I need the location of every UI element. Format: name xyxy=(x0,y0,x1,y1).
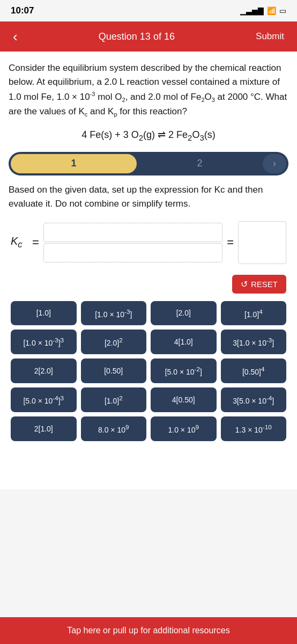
answer-btn-12[interactable]: [5.0 × 10-4]3 xyxy=(11,387,77,412)
kc-area: Kc = = xyxy=(9,221,288,264)
answer-btn-15[interactable]: 3[5.0 × 10-4] xyxy=(221,387,287,412)
answer-btn-4[interactable]: [1.0 × 10-3]3 xyxy=(11,330,77,354)
answer-btn-2[interactable]: [2.0] xyxy=(151,301,217,326)
step-2[interactable]: 2 xyxy=(137,158,263,169)
wifi-icon: 📶 xyxy=(267,6,276,15)
answer-btn-13[interactable]: [1.0]2 xyxy=(81,387,147,412)
answer-btn-6[interactable]: 4[1.0] xyxy=(151,330,217,354)
kc-label: Kc xyxy=(11,235,28,250)
answer-btn-8[interactable]: 2[2.0] xyxy=(11,358,77,383)
reset-icon: ↺ xyxy=(241,279,248,289)
reset-button[interactable]: ↺ RESET xyxy=(232,275,286,294)
equation-box: 4 Fe(s) + 3 O2(g) ⇌ 2 Fe2O3(s) xyxy=(9,127,288,144)
kc-numerator-box[interactable] xyxy=(43,223,222,242)
battery-icon: ▭ xyxy=(279,6,286,15)
submit-button[interactable]: Submit xyxy=(251,29,288,44)
answer-btn-16[interactable]: 2[1.0] xyxy=(11,416,77,441)
status-time: 10:07 xyxy=(11,5,34,16)
content: Consider the equilibrium system describe… xyxy=(0,52,297,489)
answer-btn-3[interactable]: [1.0]4 xyxy=(221,301,287,326)
back-button[interactable]: ‹ xyxy=(9,27,22,46)
answer-btn-1[interactable]: [1.0 × 10-3] xyxy=(81,301,147,326)
status-icons: ▁▃▅▇ 📶 ▭ xyxy=(240,6,286,15)
answer-btn-19[interactable]: 1.3 × 10-10 xyxy=(221,416,287,441)
answer-btn-5[interactable]: [2.0]2 xyxy=(81,330,147,354)
answer-btn-10[interactable]: [5.0 × 10-2] xyxy=(151,358,217,383)
step-bar: 1 2 › xyxy=(9,152,288,175)
answer-btn-9[interactable]: [0.50] xyxy=(81,358,147,383)
answer-btn-11[interactable]: [0.50]4 xyxy=(221,358,287,383)
answer-btn-18[interactable]: 1.0 × 109 xyxy=(151,416,217,441)
instruction-text: Based on the given data, set up the expr… xyxy=(9,183,288,211)
bottom-bar-text: Tap here or pull up for additional resou… xyxy=(67,626,229,635)
bottom-bar[interactable]: Tap here or pull up for additional resou… xyxy=(0,617,297,644)
answer-btn-7[interactable]: 3[1.0 × 10-3] xyxy=(221,330,287,354)
answer-btn-17[interactable]: 8.0 × 109 xyxy=(81,416,147,441)
kc-fraction xyxy=(43,223,222,262)
question-text: Consider the equilibrium system describe… xyxy=(9,61,288,119)
answer-btn-0[interactable]: [1.0] xyxy=(11,301,77,326)
header: ‹ Question 13 of 16 Submit xyxy=(0,21,297,52)
kc-fraction-equals: = xyxy=(227,236,234,250)
reset-area: ↺ RESET xyxy=(9,275,288,294)
step-1[interactable]: 1 xyxy=(11,154,137,173)
kc-equals-sign: = xyxy=(32,236,39,250)
kc-denominator-box[interactable] xyxy=(43,243,222,262)
reset-label: RESET xyxy=(251,280,278,289)
step-next[interactable]: › xyxy=(263,154,286,173)
answers-grid: [1.0] [1.0 × 10-3] [2.0] [1.0]4 [1.0 × 1… xyxy=(9,301,288,441)
kc-result-box[interactable] xyxy=(238,221,286,264)
signal-icon: ▁▃▅▇ xyxy=(240,6,264,15)
header-title: Question 13 of 16 xyxy=(99,31,175,42)
answer-btn-14[interactable]: 4[0.50] xyxy=(151,387,217,412)
status-bar: 10:07 ▁▃▅▇ 📶 ▭ xyxy=(0,0,297,21)
